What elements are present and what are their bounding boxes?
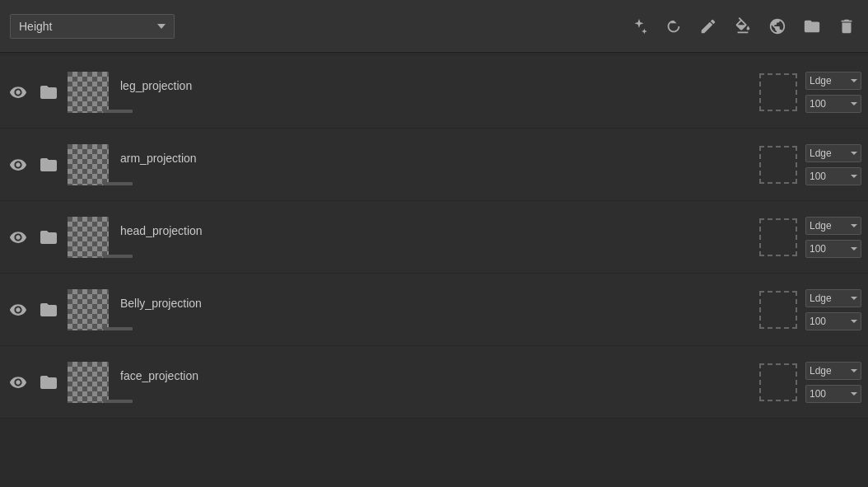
toolbar-left: Height bbox=[10, 14, 175, 39]
toolbar-right bbox=[628, 15, 858, 38]
opacity-label: 100 bbox=[810, 243, 826, 255]
opacity-chevron-icon bbox=[851, 392, 857, 396]
visibility-toggle[interactable] bbox=[7, 153, 30, 176]
layer-name: leg_projection bbox=[120, 79, 759, 105]
layer-list: leg_projection Ldge 100 bbox=[0, 53, 868, 487]
layers-panel: Height bbox=[0, 0, 868, 487]
blend-chevron-icon bbox=[851, 152, 857, 155]
blend-controls: Ldge 100 bbox=[805, 362, 861, 403]
brush-icon[interactable] bbox=[697, 15, 720, 38]
opacity-dropdown[interactable]: 100 bbox=[805, 312, 861, 330]
globe-icon[interactable] bbox=[766, 15, 789, 38]
trash-icon[interactable] bbox=[835, 15, 858, 38]
opacity-dropdown[interactable]: 100 bbox=[805, 385, 861, 403]
visibility-toggle[interactable] bbox=[7, 298, 30, 321]
opacity-chevron-icon bbox=[851, 175, 857, 178]
blend-chevron-icon bbox=[851, 297, 857, 300]
folder-open-icon[interactable] bbox=[800, 15, 824, 38]
chevron-down-icon bbox=[157, 24, 166, 29]
blend-controls: Ldge 100 bbox=[805, 217, 861, 258]
layer-thumbnail bbox=[68, 144, 109, 185]
blend-mode-dropdown[interactable]: Ldge bbox=[805, 289, 861, 307]
blend-mode-dropdown[interactable]: Ldge bbox=[805, 72, 861, 90]
undo-icon[interactable] bbox=[662, 15, 685, 38]
layer-name: face_projection bbox=[120, 369, 759, 396]
blend-chevron-icon bbox=[851, 369, 857, 372]
layer-folder-icon[interactable] bbox=[35, 298, 63, 321]
blend-controls: Ldge 100 bbox=[805, 144, 861, 185]
layer-folder-icon[interactable] bbox=[35, 226, 63, 249]
blend-mode-label: Ldge bbox=[810, 75, 832, 87]
layer-thumbnail bbox=[68, 289, 109, 330]
snap-icon[interactable] bbox=[628, 15, 651, 38]
opacity-label: 100 bbox=[810, 388, 826, 400]
layer-thumbnail bbox=[68, 217, 109, 258]
blend-mode-dropdown[interactable]: Ldge bbox=[805, 362, 861, 380]
blend-mode-label: Ldge bbox=[810, 220, 832, 232]
layer-thumbnail bbox=[68, 72, 109, 113]
opacity-dropdown[interactable]: 100 bbox=[805, 95, 861, 113]
blend-controls: Ldge 100 bbox=[805, 72, 861, 113]
layer-row[interactable]: Belly_projection Ldge 100 bbox=[0, 274, 868, 346]
opacity-chevron-icon bbox=[851, 247, 857, 251]
blend-mode-dropdown[interactable]: Ldge bbox=[805, 217, 861, 235]
toolbar: Height bbox=[0, 0, 868, 53]
opacity-chevron-icon bbox=[851, 320, 857, 323]
layer-folder-icon[interactable] bbox=[35, 153, 63, 176]
layer-thumbnail bbox=[68, 362, 109, 403]
blend-mode-dropdown[interactable]: Ldge bbox=[805, 144, 861, 162]
layer-name: arm_projection bbox=[120, 152, 759, 178]
opacity-label: 100 bbox=[810, 171, 826, 182]
layer-row[interactable]: head_projection Ldge 100 bbox=[0, 201, 868, 274]
fill-icon[interactable] bbox=[731, 15, 754, 38]
opacity-dropdown[interactable]: 100 bbox=[805, 240, 861, 258]
visibility-toggle[interactable] bbox=[7, 226, 30, 249]
opacity-label: 100 bbox=[810, 98, 826, 110]
layer-controls-right: Ldge 100 bbox=[759, 362, 861, 403]
blend-mode-label: Ldge bbox=[810, 148, 832, 159]
layer-row[interactable]: face_projection Ldge 100 bbox=[0, 346, 868, 419]
layer-name: Belly_projection bbox=[120, 297, 759, 323]
blend-chevron-icon bbox=[851, 224, 857, 227]
blend-controls: Ldge 100 bbox=[805, 289, 861, 330]
dropdown-label: Height bbox=[19, 20, 52, 33]
layer-controls-right: Ldge 100 bbox=[759, 72, 861, 113]
layer-controls-right: Ldge 100 bbox=[759, 217, 861, 258]
layer-folder-icon[interactable] bbox=[35, 81, 63, 104]
visibility-toggle[interactable] bbox=[7, 81, 30, 104]
blend-mode-label: Ldge bbox=[810, 293, 832, 304]
layer-preview-box bbox=[759, 218, 797, 256]
blend-chevron-icon bbox=[851, 79, 857, 82]
layer-name: head_projection bbox=[120, 224, 759, 251]
layer-mode-dropdown[interactable]: Height bbox=[10, 14, 175, 39]
layer-preview-box bbox=[759, 73, 797, 111]
layer-controls-right: Ldge 100 bbox=[759, 289, 861, 330]
layer-preview-box bbox=[759, 363, 797, 401]
layer-controls-right: Ldge 100 bbox=[759, 144, 861, 185]
blend-mode-label: Ldge bbox=[810, 365, 832, 377]
layer-preview-box bbox=[759, 146, 797, 184]
layer-row[interactable]: arm_projection Ldge 100 bbox=[0, 129, 868, 201]
layer-folder-icon[interactable] bbox=[35, 371, 63, 394]
layer-preview-box bbox=[759, 291, 797, 329]
opacity-dropdown[interactable]: 100 bbox=[805, 167, 861, 185]
visibility-toggle[interactable] bbox=[7, 371, 30, 394]
opacity-chevron-icon bbox=[851, 102, 857, 105]
layer-row[interactable]: leg_projection Ldge 100 bbox=[0, 56, 868, 129]
opacity-label: 100 bbox=[810, 316, 826, 327]
